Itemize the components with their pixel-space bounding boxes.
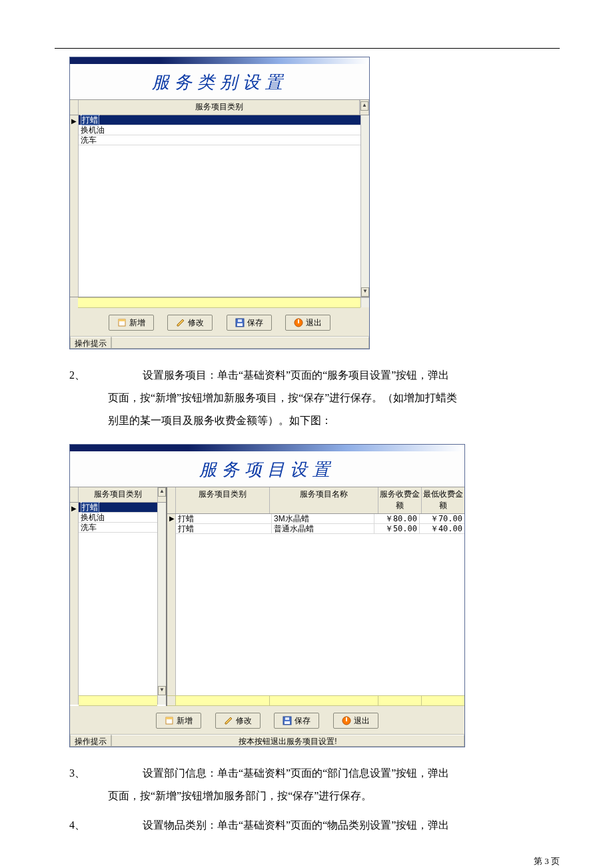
col-header-category: 服务项目类别 [79,100,360,115]
edit-button[interactable]: 修改 [215,713,261,729]
list-item[interactable]: ▶ 打蜡 [79,115,360,125]
svg-rect-4 [237,323,243,326]
svg-rect-9 [166,717,173,719]
paragraph-4: 4、设置物品类别：单击“基础资料”页面的“物品类别设置”按钮，弹出 [55,815,560,835]
new-file-icon [165,716,174,725]
category-list[interactable]: ▶ 打蜡 换机油 洗车 [79,115,360,297]
add-button[interactable]: 新增 [109,315,154,331]
power-icon [294,318,303,327]
right-items-panel: 服务项目类别 服务项目名称 服务收费金额 最低收费金额 ▶ 打蜡 3M水晶蜡 ￥… [167,487,464,706]
status-text: 按本按钮退出服务项目设置! [111,735,464,747]
paragraph-3: 3、设置部门信息：单击“基础资料”页面的“部门信息设置”按钮，弹出 页面，按“新… [55,763,560,806]
exit-button[interactable]: 退出 [285,315,330,331]
list-item[interactable]: 换机油 [79,125,360,135]
table-row[interactable]: 打蜡 普通水晶蜡 ￥50.00 ￥40.00 [176,524,464,534]
col-header-min: 最低收费金额 [422,487,464,513]
new-file-icon [117,318,127,327]
status-text [111,337,369,349]
svg-rect-5 [238,319,242,322]
svg-rect-1 [119,319,125,321]
grid-header: 服务项目类别 ▲ [70,99,369,115]
category-list[interactable]: ▶ 打蜡 换机油 洗车 [79,503,157,695]
svg-rect-15 [346,717,347,721]
row-marker-icon: ▶ [71,504,77,513]
pencil-icon [176,318,185,327]
col-header-category: 服务项目类别 [79,487,157,502]
titlebar [70,57,369,64]
scroll-down-icon[interactable]: ▼ [361,287,369,297]
list-item[interactable]: 换机油 [79,513,157,523]
col-header-name: 服务项目名称 [270,487,378,513]
svg-rect-12 [285,721,290,724]
scroll-up-icon[interactable]: ▲ [158,487,166,497]
scrollbar[interactable]: ▼ [157,503,166,695]
power-icon [342,716,351,725]
titlebar [70,445,464,451]
diskette-icon [283,716,292,725]
service-category-window: 服务类别设置 服务项目类别 ▲ ▶ 打蜡 换机油 洗车 ▼ [69,57,370,349]
scroll-up-icon[interactable]: ▲ [360,101,368,111]
scroll-down-icon[interactable]: ▼ [158,686,166,695]
list-item[interactable]: ▶ 打蜡 [79,503,157,513]
edit-button[interactable]: 修改 [167,315,213,331]
exit-button[interactable]: 退出 [333,713,378,729]
svg-rect-13 [285,717,289,720]
statusbar: 操作提示 按本按钮退出服务项目设置! [70,734,464,747]
row-marker-icon: ▶ [71,117,77,126]
col-header-category: 服务项目类别 [176,487,270,513]
status-label: 操作提示 [70,735,111,747]
table-row[interactable]: ▶ 打蜡 3M水晶蜡 ￥80.00 ￥70.00 [176,514,464,524]
toolbar: 新增 修改 保存 退出 [70,308,369,336]
window-title: 服务类别设置 [70,64,369,99]
list-item[interactable]: 洗车 [79,135,360,145]
service-item-window: 服务项目设置 服务项目类别 ▲ ▶ 打蜡 换机油 [69,444,465,747]
page-footer: 第 3 页 [0,835,613,868]
paragraph-2: 2、设置服务项目：单击“基础资料”页面的“服务项目设置”按钮，弹出 页面，按“新… [55,365,560,431]
svg-marker-2 [177,319,184,326]
row-marker-icon: ▶ [168,514,176,523]
statusbar: 操作提示 [70,336,369,349]
list-item[interactable]: 洗车 [79,523,157,533]
status-label: 操作提示 [70,337,111,349]
toolbar: 新增 修改 保存 退出 [70,706,464,734]
left-category-panel: 服务项目类别 ▲ ▶ 打蜡 换机油 洗车 ▼ [70,487,167,706]
svg-marker-10 [225,717,232,724]
new-row-strip[interactable] [78,297,360,308]
pencil-icon [224,716,233,725]
items-grid[interactable]: ▶ 打蜡 3M水晶蜡 ￥80.00 ￥70.00 打蜡 普通水晶蜡 ￥50.00… [176,514,464,695]
window-title: 服务项目设置 [70,451,464,487]
row-gutter [70,115,79,297]
diskette-icon [235,318,245,327]
svg-rect-7 [298,319,299,323]
scrollbar[interactable]: ▼ [360,115,369,297]
top-rule [55,48,560,49]
save-button[interactable]: 保存 [274,713,319,729]
save-button[interactable]: 保存 [227,315,272,331]
add-button[interactable]: 新增 [156,713,201,729]
col-header-price: 服务收费金额 [378,487,422,513]
